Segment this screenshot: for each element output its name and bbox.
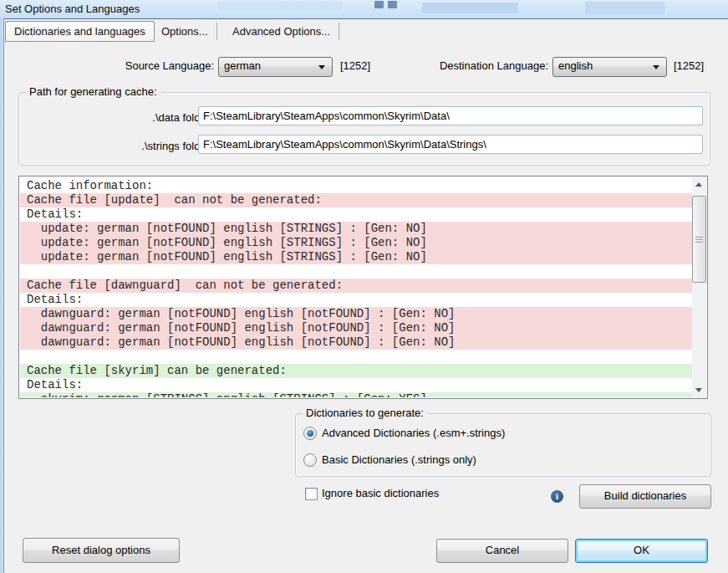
log-line: Details: [20,378,692,392]
window-left-border [0,18,4,573]
background-window-artifact [374,1,384,8]
log-line: skyrim: german [STRINGS] english [STRING… [20,392,692,397]
log-line: update: german [notFOUND] english [STRIN… [20,222,692,236]
dictionaries-group-title: Dictionaries to generate: [303,407,427,419]
window-title: Set Options and Languages [5,0,140,18]
chevron-down-icon [318,65,325,69]
log-line: Details: [20,207,692,222]
scroll-up-button[interactable] [692,177,706,192]
cache-information-log[interactable]: Cache information: Cache file [update] c… [18,176,708,399]
scroll-down-button[interactable] [692,383,706,397]
log-line: update: german [notFOUND] english [STRIN… [20,236,692,250]
destination-codepage-label: [1252] [674,59,704,72]
log-lines: Cache information: Cache file [update] c… [20,179,692,397]
scrollbar-thumb[interactable] [692,196,706,283]
background-window-artifact [422,3,518,13]
arrow-down-icon [695,388,702,392]
chevron-down-icon [653,65,659,69]
log-line: Cache file [dawnguard] can not be genera… [20,279,692,293]
destination-language-label: Destination Language: [428,59,548,72]
options-dialog: Set Options and Languages Dictionaries a… [0,0,728,573]
destination-language-value: english [558,58,593,74]
log-line: dawnguard: german [notFOUND] english [no… [20,335,692,350]
background-window-artifact [217,2,343,15]
cancel-button[interactable]: Cancel [436,539,568,563]
log-line: Cache file [update] can not be generated… [20,193,692,207]
background-window-artifact [585,2,664,14]
ok-button[interactable]: OK [575,539,708,563]
source-codepage-label: [1252] [340,59,370,72]
checkbox-label: Ignore basic dictionaries [322,487,439,500]
tab-dictionaries-and-languages[interactable]: Dictionaries and languages [5,21,155,42]
tab-options[interactable]: Options... [153,23,217,40]
dictionaries-to-generate-group: Dictionaries to generate: Advanced Dicti… [295,413,711,477]
grip-icon [695,239,703,240]
radio-label: Advanced Dictionaries (.esm+.strings) [322,427,505,440]
log-line: Details: [20,293,692,307]
strings-folder-input[interactable] [198,135,703,154]
destination-language-select[interactable]: english [552,57,667,77]
log-scrollbar[interactable] [692,177,706,397]
strings-folder-label: .\strings folder [109,140,210,152]
arrow-up-icon [695,182,702,187]
build-dictionaries-button[interactable]: Build dictionaries [579,484,711,509]
log-line [20,350,692,364]
log-line [20,264,692,279]
source-language-label: Source Language: [109,59,214,72]
radio-label: Basic Dictionaries (.strings only) [322,453,476,467]
cache-path-group: Path for generating cache: .\data folder… [18,92,710,166]
data-folder-input[interactable] [198,106,703,125]
background-window-artifact [388,1,397,8]
tab-advanced-options[interactable]: Advanced Options... [224,23,339,40]
info-icon[interactable]: i [551,490,563,503]
source-language-select[interactable]: german [218,57,333,77]
cache-path-group-title: Path for generating cache: [26,85,160,98]
radio-icon [303,453,317,467]
log-line: dawnguard: german [notFOUND] english [no… [20,321,692,335]
log-line: Cache file [skyrim] can be generated: [20,364,692,378]
data-folder-label: .\data folder [109,111,210,124]
log-line: update: german [notFOUND] english [STRIN… [20,250,692,264]
title-bar: Set Options and Languages [0,0,728,19]
source-language-value: german [224,58,261,74]
checkbox-icon[interactable] [305,488,318,500]
reset-dialog-options-button[interactable]: Reset dialog options [23,538,180,563]
log-line: dawnguard: german [notFOUND] english [no… [20,307,692,321]
radio-icon [303,427,317,440]
log-line: Cache information: [20,179,692,193]
